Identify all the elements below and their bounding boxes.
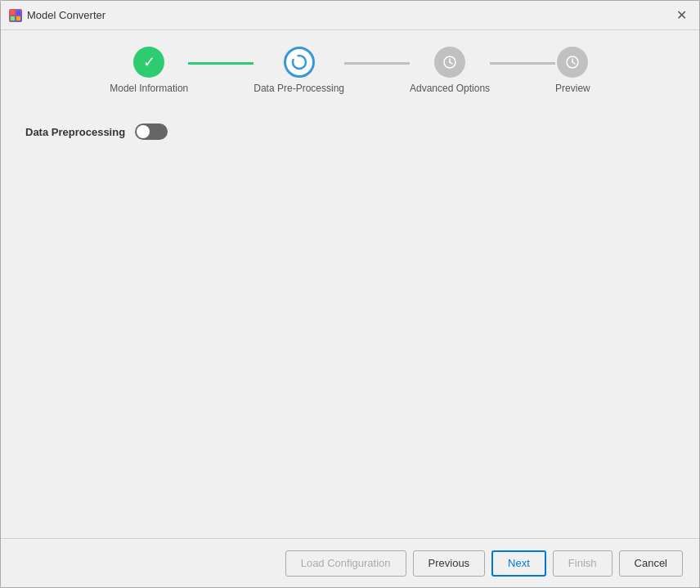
svg-line-7 [450,62,452,64]
step-data-pre-processing: Data Pre-Processing [254,47,344,94]
cancel-button[interactable]: Cancel [619,550,683,577]
svg-rect-1 [16,11,20,15]
step-icon-model-information: ✓ [133,47,164,78]
svg-rect-0 [11,11,15,15]
window-title: Model Converter [27,9,105,21]
connector-2 [344,62,410,65]
next-button[interactable]: Next [491,550,546,577]
toggle-thumb [137,125,150,138]
svg-point-4 [293,56,306,69]
data-preprocessing-row: Data Preprocessing [25,123,675,140]
step-model-information: ✓ Model Information [110,47,188,94]
step-label-model-information: Model Information [110,83,188,94]
step-label-preview: Preview [555,83,590,94]
title-bar: Model Converter ✕ [1,1,699,30]
connector-3 [490,62,555,65]
step-icon-data-pre-processing [284,47,315,78]
step-label-data-pre-processing: Data Pre-Processing [254,83,344,94]
footer: Load Configuration Previous Next Finish … [1,538,699,587]
finish-button[interactable]: Finish [553,550,612,577]
close-button[interactable]: ✕ [671,6,691,25]
title-bar-left: Model Converter [9,9,105,22]
data-preprocessing-label: Data Preprocessing [25,126,125,138]
toggle-track [135,123,168,140]
svg-rect-2 [11,16,15,20]
step-label-advanced-options: Advanced Options [410,83,490,94]
previous-button[interactable]: Previous [413,550,486,577]
step-preview: Preview [555,47,590,94]
app-icon [9,9,22,22]
step-advanced-options: Advanced Options [410,47,490,94]
load-configuration-button[interactable]: Load Configuration [285,550,406,577]
svg-rect-3 [16,16,20,20]
step-icon-advanced-options [434,47,465,78]
connector-1 [188,62,254,65]
step-icon-preview [557,47,588,78]
app-window: Model Converter ✕ ✓ Model Information Da… [0,0,700,588]
steps-container: ✓ Model Information Data Pre-Processing [1,30,699,107]
svg-line-10 [572,62,575,64]
data-preprocessing-toggle[interactable] [135,123,168,140]
content-area: Data Preprocessing [1,107,699,538]
